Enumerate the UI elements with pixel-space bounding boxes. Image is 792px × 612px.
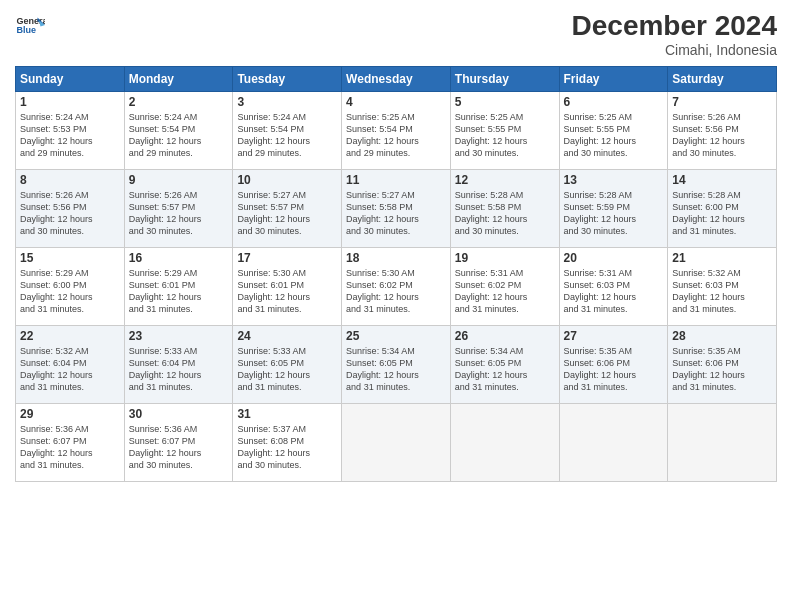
day-info: Sunrise: 5:28 AM Sunset: 5:58 PM Dayligh… (455, 189, 555, 238)
calendar-table: SundayMondayTuesdayWednesdayThursdayFrid… (15, 66, 777, 482)
calendar-header-wednesday: Wednesday (342, 67, 451, 92)
day-number: 5 (455, 95, 555, 109)
calendar-week-row: 15Sunrise: 5:29 AM Sunset: 6:00 PM Dayli… (16, 248, 777, 326)
day-number: 3 (237, 95, 337, 109)
svg-text:Blue: Blue (17, 25, 37, 35)
day-number: 24 (237, 329, 337, 343)
day-info: Sunrise: 5:32 AM Sunset: 6:03 PM Dayligh… (672, 267, 772, 316)
day-number: 10 (237, 173, 337, 187)
day-number: 4 (346, 95, 446, 109)
day-number: 17 (237, 251, 337, 265)
day-number: 18 (346, 251, 446, 265)
day-number: 27 (564, 329, 664, 343)
day-info: Sunrise: 5:27 AM Sunset: 5:58 PM Dayligh… (346, 189, 446, 238)
day-number: 9 (129, 173, 229, 187)
calendar-cell: 31Sunrise: 5:37 AM Sunset: 6:08 PM Dayli… (233, 404, 342, 482)
calendar-cell (450, 404, 559, 482)
day-info: Sunrise: 5:30 AM Sunset: 6:02 PM Dayligh… (346, 267, 446, 316)
day-number: 20 (564, 251, 664, 265)
day-info: Sunrise: 5:37 AM Sunset: 6:08 PM Dayligh… (237, 423, 337, 472)
day-number: 14 (672, 173, 772, 187)
day-info: Sunrise: 5:32 AM Sunset: 6:04 PM Dayligh… (20, 345, 120, 394)
day-number: 31 (237, 407, 337, 421)
day-number: 23 (129, 329, 229, 343)
day-number: 19 (455, 251, 555, 265)
calendar-header-tuesday: Tuesday (233, 67, 342, 92)
day-info: Sunrise: 5:28 AM Sunset: 6:00 PM Dayligh… (672, 189, 772, 238)
day-number: 8 (20, 173, 120, 187)
day-number: 13 (564, 173, 664, 187)
calendar-cell (342, 404, 451, 482)
calendar-cell: 21Sunrise: 5:32 AM Sunset: 6:03 PM Dayli… (668, 248, 777, 326)
calendar-header-saturday: Saturday (668, 67, 777, 92)
calendar-cell: 26Sunrise: 5:34 AM Sunset: 6:05 PM Dayli… (450, 326, 559, 404)
calendar-cell: 10Sunrise: 5:27 AM Sunset: 5:57 PM Dayli… (233, 170, 342, 248)
calendar-header-monday: Monday (124, 67, 233, 92)
calendar-week-row: 8Sunrise: 5:26 AM Sunset: 5:56 PM Daylig… (16, 170, 777, 248)
calendar-cell: 6Sunrise: 5:25 AM Sunset: 5:55 PM Daylig… (559, 92, 668, 170)
calendar-cell: 3Sunrise: 5:24 AM Sunset: 5:54 PM Daylig… (233, 92, 342, 170)
day-info: Sunrise: 5:35 AM Sunset: 6:06 PM Dayligh… (672, 345, 772, 394)
main-container: General Blue December 2024 Cimahi, Indon… (0, 0, 792, 492)
calendar-cell: 16Sunrise: 5:29 AM Sunset: 6:01 PM Dayli… (124, 248, 233, 326)
day-info: Sunrise: 5:26 AM Sunset: 5:56 PM Dayligh… (20, 189, 120, 238)
day-info: Sunrise: 5:35 AM Sunset: 6:06 PM Dayligh… (564, 345, 664, 394)
calendar-cell: 24Sunrise: 5:33 AM Sunset: 6:05 PM Dayli… (233, 326, 342, 404)
header: General Blue December 2024 Cimahi, Indon… (15, 10, 777, 58)
calendar-week-row: 1Sunrise: 5:24 AM Sunset: 5:53 PM Daylig… (16, 92, 777, 170)
calendar-cell: 28Sunrise: 5:35 AM Sunset: 6:06 PM Dayli… (668, 326, 777, 404)
day-info: Sunrise: 5:26 AM Sunset: 5:56 PM Dayligh… (672, 111, 772, 160)
day-number: 6 (564, 95, 664, 109)
day-info: Sunrise: 5:29 AM Sunset: 6:00 PM Dayligh… (20, 267, 120, 316)
day-number: 7 (672, 95, 772, 109)
day-number: 28 (672, 329, 772, 343)
calendar-cell: 9Sunrise: 5:26 AM Sunset: 5:57 PM Daylig… (124, 170, 233, 248)
day-info: Sunrise: 5:28 AM Sunset: 5:59 PM Dayligh… (564, 189, 664, 238)
calendar-cell: 20Sunrise: 5:31 AM Sunset: 6:03 PM Dayli… (559, 248, 668, 326)
day-info: Sunrise: 5:33 AM Sunset: 6:05 PM Dayligh… (237, 345, 337, 394)
calendar-cell: 12Sunrise: 5:28 AM Sunset: 5:58 PM Dayli… (450, 170, 559, 248)
calendar-cell: 15Sunrise: 5:29 AM Sunset: 6:00 PM Dayli… (16, 248, 125, 326)
day-number: 26 (455, 329, 555, 343)
day-info: Sunrise: 5:25 AM Sunset: 5:55 PM Dayligh… (564, 111, 664, 160)
calendar-cell: 17Sunrise: 5:30 AM Sunset: 6:01 PM Dayli… (233, 248, 342, 326)
day-number: 22 (20, 329, 120, 343)
day-info: Sunrise: 5:36 AM Sunset: 6:07 PM Dayligh… (20, 423, 120, 472)
day-number: 12 (455, 173, 555, 187)
title-section: December 2024 Cimahi, Indonesia (572, 10, 777, 58)
day-info: Sunrise: 5:27 AM Sunset: 5:57 PM Dayligh… (237, 189, 337, 238)
day-info: Sunrise: 5:34 AM Sunset: 6:05 PM Dayligh… (346, 345, 446, 394)
day-number: 25 (346, 329, 446, 343)
day-info: Sunrise: 5:24 AM Sunset: 5:54 PM Dayligh… (237, 111, 337, 160)
day-number: 1 (20, 95, 120, 109)
day-info: Sunrise: 5:31 AM Sunset: 6:02 PM Dayligh… (455, 267, 555, 316)
calendar-header-sunday: Sunday (16, 67, 125, 92)
day-info: Sunrise: 5:24 AM Sunset: 5:54 PM Dayligh… (129, 111, 229, 160)
calendar-cell: 30Sunrise: 5:36 AM Sunset: 6:07 PM Dayli… (124, 404, 233, 482)
day-info: Sunrise: 5:25 AM Sunset: 5:54 PM Dayligh… (346, 111, 446, 160)
day-number: 16 (129, 251, 229, 265)
logo: General Blue (15, 10, 45, 40)
day-info: Sunrise: 5:36 AM Sunset: 6:07 PM Dayligh… (129, 423, 229, 472)
calendar-cell: 14Sunrise: 5:28 AM Sunset: 6:00 PM Dayli… (668, 170, 777, 248)
day-info: Sunrise: 5:30 AM Sunset: 6:01 PM Dayligh… (237, 267, 337, 316)
day-info: Sunrise: 5:25 AM Sunset: 5:55 PM Dayligh… (455, 111, 555, 160)
calendar-header-thursday: Thursday (450, 67, 559, 92)
calendar-cell: 18Sunrise: 5:30 AM Sunset: 6:02 PM Dayli… (342, 248, 451, 326)
calendar-cell: 4Sunrise: 5:25 AM Sunset: 5:54 PM Daylig… (342, 92, 451, 170)
calendar-cell: 8Sunrise: 5:26 AM Sunset: 5:56 PM Daylig… (16, 170, 125, 248)
day-info: Sunrise: 5:34 AM Sunset: 6:05 PM Dayligh… (455, 345, 555, 394)
calendar-cell: 23Sunrise: 5:33 AM Sunset: 6:04 PM Dayli… (124, 326, 233, 404)
day-number: 29 (20, 407, 120, 421)
calendar-cell: 13Sunrise: 5:28 AM Sunset: 5:59 PM Dayli… (559, 170, 668, 248)
day-info: Sunrise: 5:31 AM Sunset: 6:03 PM Dayligh… (564, 267, 664, 316)
day-number: 30 (129, 407, 229, 421)
calendar-body: 1Sunrise: 5:24 AM Sunset: 5:53 PM Daylig… (16, 92, 777, 482)
calendar-cell: 2Sunrise: 5:24 AM Sunset: 5:54 PM Daylig… (124, 92, 233, 170)
day-number: 2 (129, 95, 229, 109)
day-info: Sunrise: 5:29 AM Sunset: 6:01 PM Dayligh… (129, 267, 229, 316)
day-info: Sunrise: 5:24 AM Sunset: 5:53 PM Dayligh… (20, 111, 120, 160)
calendar-header-row: SundayMondayTuesdayWednesdayThursdayFrid… (16, 67, 777, 92)
day-number: 21 (672, 251, 772, 265)
calendar-cell: 29Sunrise: 5:36 AM Sunset: 6:07 PM Dayli… (16, 404, 125, 482)
